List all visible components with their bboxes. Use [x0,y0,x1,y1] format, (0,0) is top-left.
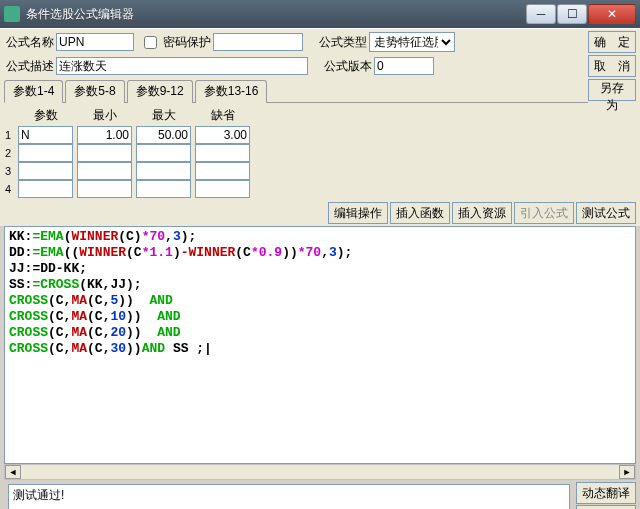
col-head-max: 最大 [136,107,191,126]
param-min[interactable] [77,162,132,180]
param-grid: 1 2 3 4 参数 最小 最大 缺省 [4,107,636,198]
param-default[interactable] [195,126,250,144]
insert-function-button[interactable]: 插入函数 [390,202,450,224]
param-default[interactable] [195,180,250,198]
dynamic-translate-button[interactable]: 动态翻译 [576,482,636,504]
param-max[interactable] [136,162,191,180]
edit-ops-button[interactable]: 编辑操作 [328,202,388,224]
insert-resource-button[interactable]: 插入资源 [452,202,512,224]
label-formula-desc: 公式描述 [4,58,56,75]
label-password: 密码保护 [161,34,213,51]
param-default[interactable] [195,162,250,180]
param-max[interactable] [136,144,191,162]
password-input[interactable] [213,33,303,51]
row-num: 1 [4,126,14,144]
editor-hscrollbar[interactable]: ◄ ► [4,464,636,480]
tab-params-13-16[interactable]: 参数13-16 [195,80,268,103]
formula-name-input[interactable] [56,33,134,51]
code-editor[interactable]: KK:=EMA(WINNER(C)*70,3); DD:=EMA((WINNER… [4,226,636,464]
param-max[interactable] [136,180,191,198]
output-panel: 测试通过! [8,484,570,509]
ok-button[interactable]: 确 定 [588,31,636,53]
app-icon [4,6,20,22]
col-head-default: 缺省 [195,107,250,126]
test-result-button[interactable]: 测试结果 [576,505,636,509]
scroll-right-icon[interactable]: ► [619,465,635,479]
version-input[interactable] [374,57,434,75]
formula-desc-input[interactable] [56,57,308,75]
param-min[interactable] [77,126,132,144]
col-head-min: 最小 [77,107,132,126]
label-formula-type: 公式类型 [317,34,369,51]
row-num: 2 [4,144,14,162]
saveas-button[interactable]: 另存为 [588,79,636,101]
param-name[interactable] [18,180,73,198]
param-name[interactable] [18,162,73,180]
maximize-button[interactable]: ☐ [557,4,587,24]
formula-type-select[interactable]: 走势特征选股 [369,32,455,52]
label-formula-name: 公式名称 [4,34,56,51]
scroll-left-icon[interactable]: ◄ [5,465,21,479]
param-name[interactable] [18,126,73,144]
minimize-button[interactable]: ─ [526,4,556,24]
param-name[interactable] [18,144,73,162]
row-num: 3 [4,162,14,180]
close-button[interactable]: ✕ [588,4,636,24]
cancel-button[interactable]: 取 消 [588,55,636,77]
param-min[interactable] [77,144,132,162]
param-max[interactable] [136,126,191,144]
password-protect-checkbox[interactable] [144,36,157,49]
param-default[interactable] [195,144,250,162]
col-head-name: 参数 [18,107,73,126]
param-min[interactable] [77,180,132,198]
tab-params-1-4[interactable]: 参数1-4 [4,80,63,103]
row-num: 4 [4,180,14,198]
window-title: 条件选股公式编辑器 [26,6,525,23]
test-formula-button[interactable]: 测试公式 [576,202,636,224]
label-version: 公式版本 [322,58,374,75]
tab-params-5-8[interactable]: 参数5-8 [65,80,124,103]
import-formula-button[interactable]: 引入公式 [514,202,574,224]
tab-params-9-12[interactable]: 参数9-12 [127,80,193,103]
